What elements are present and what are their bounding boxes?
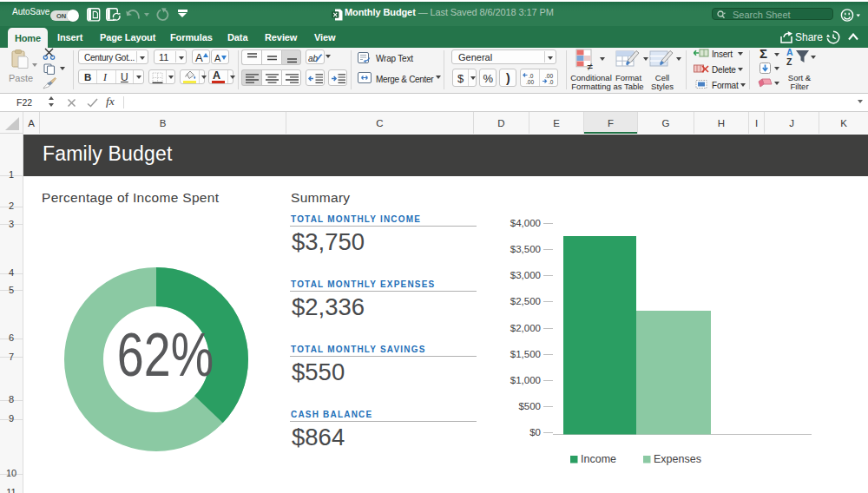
svg-text:≠: ≠ [588, 61, 594, 71]
svg-text:$0: $0 [529, 427, 541, 437]
svg-text:$1,500: $1,500 [510, 349, 541, 359]
svg-text:$3,500: $3,500 [510, 244, 541, 254]
svg-text:$3,000: $3,000 [510, 270, 541, 280]
svg-text:.00: .00 [545, 73, 553, 79]
svg-text:Expenses: Expenses [654, 453, 701, 465]
svg-text:Income: Income [581, 453, 616, 465]
svg-text:ab: ab [308, 54, 319, 63]
svg-text:$1,000: $1,000 [510, 375, 541, 385]
svg-text:$2,000: $2,000 [510, 323, 541, 333]
svg-text:62%: 62% [117, 322, 214, 389]
svg-text:$2,500: $2,500 [510, 296, 541, 306]
svg-text:.00: .00 [526, 79, 534, 85]
svg-text:$4,000: $4,000 [510, 218, 541, 228]
svg-text:$500: $500 [518, 401, 541, 411]
svg-text:.0: .0 [529, 73, 534, 79]
svg-text:.0: .0 [549, 79, 554, 85]
